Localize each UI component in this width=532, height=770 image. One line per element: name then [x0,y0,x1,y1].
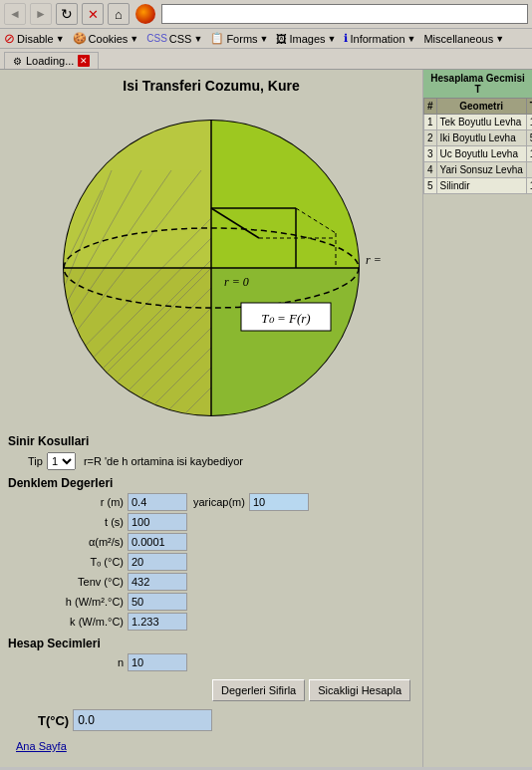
history-row[interactable]: 3 Uc Boyutlu Levha 1 [424,146,533,162]
left-panel: Isi Transferi Cozumu, Kure [0,70,422,767]
stop-button[interactable]: ✕ [82,3,104,25]
history-geom: Yari Sonsuz Levha [436,162,526,178]
page-title: Isi Transferi Cozumu, Kure [8,78,414,94]
misc-menu[interactable]: Miscellaneous ▼ [423,33,504,45]
result-input[interactable] [73,709,212,731]
svg-text:r = R: r = R [366,253,381,267]
history-num: 5 [424,178,437,194]
label-yaricap: yaricap(m) [193,496,245,508]
field-r: r (m) yaricap(m) [8,493,414,511]
input-h[interactable] [128,593,187,611]
disable-menu[interactable]: ⊘ Disable ▼ [4,31,65,46]
history-row[interactable]: 1 Tek Boyutlu Levha 1 [424,115,533,130]
history-num: 3 [424,146,437,162]
disable-arrow: ▼ [56,34,65,44]
right-panel: Hesaplama Gecmisi T # Geometri T 1 Tek B… [422,70,532,767]
cookies-menu[interactable]: 🍪 Cookies ▼ [73,32,139,45]
field-alpha: α(m²/s) [8,533,414,551]
history-t: 5 [526,130,532,146]
ana-sayfa-link[interactable]: Ana Sayfa [8,736,75,756]
input-t[interactable] [128,513,187,531]
label-n: n [8,656,128,668]
tab-icon: ⚙ [13,56,22,67]
history-num: 2 [424,130,437,146]
field-h: h (W/m².°C) [8,593,414,611]
information-menu[interactable]: ℹ Information ▼ [344,32,415,45]
label-T0: T₀ (°C) [8,556,128,569]
col-geom: Geometri [436,99,526,115]
hesap-secimleri-title: Hesap Secimleri [8,637,414,650]
field-Tenv: Tenv (°C) [8,573,414,591]
history-t: 1 [526,178,532,194]
forms-arrow: ▼ [260,34,269,44]
address-bar[interactable]: http://rdilsiz-note:800/matlab/sphereCal… [161,4,528,24]
tab-bar: ⚙ Loading... ✕ [0,49,532,69]
button-row: Degerleri Sifirla Sicakligi Hesapla [12,679,410,701]
input-yaricap[interactable] [249,493,309,511]
label-k: k (W/m.°C) [8,616,128,628]
browser-icon [135,4,155,24]
tip-description: r=R 'de h ortamina isi kaybediyor [84,455,243,467]
tip-select[interactable]: 1 2 3 [47,452,76,470]
history-t [526,162,532,178]
field-t: t (s) [8,513,414,531]
content-area: Isi Transferi Cozumu, Kure [0,70,532,767]
svg-text:T₀ = F(r): T₀ = F(r) [261,311,310,326]
back-button[interactable]: ◄ [4,3,26,25]
tab-label: Loading... [26,55,74,67]
history-title: Hesaplama Gecmisi T [423,70,532,98]
history-geom: Uc Boyutlu Levha [436,146,526,162]
misc-arrow: ▼ [495,34,504,44]
toolbar-row: ◄ ► ↻ ✕ ⌂ http://rdilsiz-note:800/matlab… [0,0,532,29]
css-arrow: ▼ [193,34,202,44]
css-icon: CSS [146,33,167,44]
tab-close-button[interactable]: ✕ [78,55,90,67]
images-arrow: ▼ [328,34,337,44]
field-k: k (W/m.°C) [8,613,414,631]
label-r: r (m) [8,496,128,508]
history-num: 4 [424,162,437,178]
history-row[interactable]: 5 Silindir 1 [424,178,533,194]
sphere-diagram: T₀ = F(r) r = 0 r = R h k { h k [8,104,414,422]
forms-icon: 📋 [210,32,224,45]
history-t: 1 [526,115,532,130]
history-geom: Tek Boyutlu Levha [436,115,526,130]
input-r[interactable] [128,493,187,511]
col-t: T [526,99,532,115]
active-tab[interactable]: ⚙ Loading... ✕ [4,52,99,69]
history-geom: Silindir [436,178,526,194]
history-geom: Iki Boyutlu Levha [436,130,526,146]
label-alpha: α(m²/s) [8,536,128,548]
label-h: h (W/m².°C) [8,596,128,608]
home-button[interactable]: ⌂ [108,3,130,25]
cookie-icon: 🍪 [73,32,87,45]
reset-button[interactable]: Degerleri Sifirla [212,679,305,701]
forms-menu[interactable]: 📋 Forms ▼ [210,32,268,45]
field-n: n [8,653,414,671]
input-n[interactable] [128,653,187,671]
history-table: # Geometri T 1 Tek Boyutlu Levha 1 2 Iki… [423,98,532,194]
cookies-arrow: ▼ [130,34,138,44]
field-T0: T₀ (°C) [8,553,414,571]
input-T0[interactable] [128,553,187,571]
history-row[interactable]: 4 Yari Sonsuz Levha [424,162,533,178]
calculate-button[interactable]: Sicakligi Hesapla [309,679,410,701]
tip-row: Tip 1 2 3 r=R 'de h ortamina isi kaybedi… [8,452,414,470]
input-alpha[interactable] [128,533,187,551]
disable-icon: ⊘ [4,31,15,46]
css-menu[interactable]: CSS CSS ▼ [146,33,202,45]
history-row[interactable]: 2 Iki Boyutlu Levha 5 [424,130,533,146]
result-label: T(°C) [38,713,69,728]
col-num: # [424,99,437,115]
information-arrow: ▼ [407,34,416,44]
browser-chrome: ◄ ► ↻ ✕ ⌂ http://rdilsiz-note:800/matlab… [0,0,532,70]
images-icon: 🖼 [276,33,287,45]
info-icon: ℹ [344,32,348,45]
denklem-degerleri-title: Denklem Degerleri [8,476,414,490]
input-Tenv[interactable] [128,573,187,591]
images-menu[interactable]: 🖼 Images ▼ [276,33,336,45]
forward-button[interactable]: ► [30,3,52,25]
input-k[interactable] [128,613,187,631]
reload-button[interactable]: ↻ [56,3,78,25]
tip-label: Tip [28,455,43,467]
